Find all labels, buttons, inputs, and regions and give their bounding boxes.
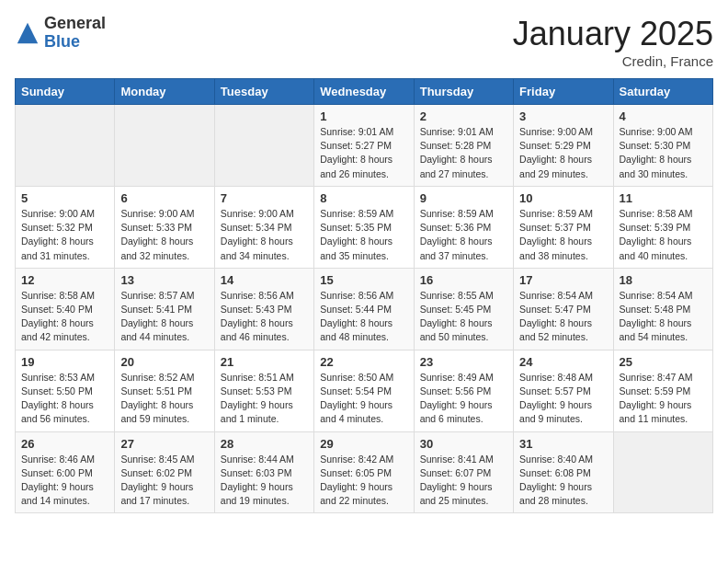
calendar-cell: 10Sunrise: 8:59 AM Sunset: 5:37 PM Dayli… bbox=[514, 186, 613, 268]
day-number: 29 bbox=[320, 437, 407, 451]
title-block: January 2025 Credin, France bbox=[513, 15, 713, 69]
calendar-cell: 9Sunrise: 8:59 AM Sunset: 5:36 PM Daylig… bbox=[414, 186, 513, 268]
calendar-cell: 25Sunrise: 8:47 AM Sunset: 5:59 PM Dayli… bbox=[613, 350, 712, 431]
day-number: 27 bbox=[120, 437, 208, 451]
calendar-cell: 4Sunrise: 9:00 AM Sunset: 5:30 PM Daylig… bbox=[613, 105, 712, 187]
calendar-cell: 20Sunrise: 8:52 AM Sunset: 5:51 PM Dayli… bbox=[115, 350, 214, 431]
location: Credin, France bbox=[513, 53, 713, 69]
day-info: Sunrise: 8:53 AM Sunset: 5:50 PM Dayligh… bbox=[21, 371, 108, 427]
weekday-header: Wednesday bbox=[314, 79, 414, 105]
calendar-cell: 28Sunrise: 8:44 AM Sunset: 6:03 PM Dayli… bbox=[214, 431, 313, 513]
weekday-header-row: SundayMondayTuesdayWednesdayThursdayFrid… bbox=[16, 79, 713, 105]
weekday-header: Sunday bbox=[16, 79, 115, 105]
day-number: 14 bbox=[221, 273, 308, 287]
calendar-cell: 3Sunrise: 9:00 AM Sunset: 5:29 PM Daylig… bbox=[514, 105, 613, 187]
weekday-header: Friday bbox=[514, 79, 613, 105]
calendar-cell: 21Sunrise: 8:51 AM Sunset: 5:53 PM Dayli… bbox=[214, 350, 313, 431]
day-info: Sunrise: 9:00 AM Sunset: 5:32 PM Dayligh… bbox=[21, 207, 108, 263]
calendar-cell: 26Sunrise: 8:46 AM Sunset: 6:00 PM Dayli… bbox=[16, 431, 115, 513]
day-number: 10 bbox=[519, 191, 607, 205]
day-number: 5 bbox=[21, 191, 108, 205]
day-info: Sunrise: 9:01 AM Sunset: 5:27 PM Dayligh… bbox=[320, 125, 407, 181]
day-number: 11 bbox=[620, 191, 707, 205]
day-info: Sunrise: 9:00 AM Sunset: 5:33 PM Dayligh… bbox=[120, 207, 208, 263]
day-info: Sunrise: 8:59 AM Sunset: 5:37 PM Dayligh… bbox=[519, 207, 607, 263]
svg-marker-0 bbox=[17, 23, 38, 43]
day-number: 9 bbox=[420, 191, 507, 205]
day-info: Sunrise: 8:58 AM Sunset: 5:39 PM Dayligh… bbox=[620, 207, 707, 263]
calendar-cell: 5Sunrise: 9:00 AM Sunset: 5:32 PM Daylig… bbox=[16, 186, 115, 268]
day-info: Sunrise: 8:56 AM Sunset: 5:43 PM Dayligh… bbox=[221, 289, 308, 345]
day-info: Sunrise: 8:41 AM Sunset: 6:07 PM Dayligh… bbox=[420, 453, 507, 509]
calendar-cell bbox=[613, 431, 712, 513]
page-header: General Blue January 2025 Credin, France bbox=[15, 15, 713, 69]
day-info: Sunrise: 8:50 AM Sunset: 5:54 PM Dayligh… bbox=[320, 371, 407, 427]
day-number: 3 bbox=[519, 109, 607, 123]
calendar-cell: 13Sunrise: 8:57 AM Sunset: 5:41 PM Dayli… bbox=[115, 268, 214, 350]
calendar-cell bbox=[214, 105, 313, 187]
calendar-cell: 18Sunrise: 8:54 AM Sunset: 5:48 PM Dayli… bbox=[613, 268, 712, 350]
weekday-header: Thursday bbox=[414, 79, 513, 105]
calendar-cell: 22Sunrise: 8:50 AM Sunset: 5:54 PM Dayli… bbox=[314, 350, 414, 431]
calendar-week-row: 5Sunrise: 9:00 AM Sunset: 5:32 PM Daylig… bbox=[16, 186, 713, 268]
day-number: 19 bbox=[21, 355, 108, 369]
day-info: Sunrise: 8:56 AM Sunset: 5:44 PM Dayligh… bbox=[320, 289, 407, 345]
calendar-cell bbox=[115, 105, 214, 187]
day-info: Sunrise: 9:00 AM Sunset: 5:29 PM Dayligh… bbox=[519, 125, 607, 181]
calendar-cell: 11Sunrise: 8:58 AM Sunset: 5:39 PM Dayli… bbox=[613, 186, 712, 268]
calendar-cell: 24Sunrise: 8:48 AM Sunset: 5:57 PM Dayli… bbox=[514, 350, 613, 431]
day-info: Sunrise: 9:00 AM Sunset: 5:34 PM Dayligh… bbox=[221, 207, 308, 263]
day-number: 2 bbox=[420, 109, 507, 123]
day-number: 20 bbox=[120, 355, 208, 369]
day-number: 4 bbox=[620, 109, 707, 123]
calendar: SundayMondayTuesdayWednesdayThursdayFrid… bbox=[15, 78, 713, 513]
day-info: Sunrise: 8:52 AM Sunset: 5:51 PM Dayligh… bbox=[120, 371, 208, 427]
calendar-cell: 7Sunrise: 9:00 AM Sunset: 5:34 PM Daylig… bbox=[214, 186, 313, 268]
calendar-week-row: 19Sunrise: 8:53 AM Sunset: 5:50 PM Dayli… bbox=[16, 350, 713, 431]
day-info: Sunrise: 8:49 AM Sunset: 5:56 PM Dayligh… bbox=[420, 371, 507, 427]
day-number: 22 bbox=[320, 355, 407, 369]
day-number: 31 bbox=[519, 437, 607, 451]
day-info: Sunrise: 8:55 AM Sunset: 5:45 PM Dayligh… bbox=[420, 289, 507, 345]
day-info: Sunrise: 8:40 AM Sunset: 6:08 PM Dayligh… bbox=[519, 453, 607, 509]
day-info: Sunrise: 8:58 AM Sunset: 5:40 PM Dayligh… bbox=[21, 289, 108, 345]
day-info: Sunrise: 8:59 AM Sunset: 5:35 PM Dayligh… bbox=[320, 207, 407, 263]
day-number: 30 bbox=[420, 437, 507, 451]
day-number: 6 bbox=[120, 191, 208, 205]
day-info: Sunrise: 8:51 AM Sunset: 5:53 PM Dayligh… bbox=[221, 371, 308, 427]
calendar-cell: 6Sunrise: 9:00 AM Sunset: 5:33 PM Daylig… bbox=[115, 186, 214, 268]
calendar-cell: 30Sunrise: 8:41 AM Sunset: 6:07 PM Dayli… bbox=[414, 431, 513, 513]
calendar-cell: 15Sunrise: 8:56 AM Sunset: 5:44 PM Dayli… bbox=[314, 268, 414, 350]
logo-text: General Blue bbox=[44, 15, 106, 52]
day-number: 24 bbox=[519, 355, 607, 369]
day-number: 7 bbox=[221, 191, 308, 205]
calendar-cell: 29Sunrise: 8:42 AM Sunset: 6:05 PM Dayli… bbox=[314, 431, 414, 513]
month-title: January 2025 bbox=[513, 15, 713, 53]
day-number: 21 bbox=[221, 355, 308, 369]
calendar-cell: 8Sunrise: 8:59 AM Sunset: 5:35 PM Daylig… bbox=[314, 186, 414, 268]
weekday-header: Monday bbox=[115, 79, 214, 105]
logo: General Blue bbox=[15, 15, 106, 52]
day-number: 28 bbox=[221, 437, 308, 451]
day-info: Sunrise: 8:48 AM Sunset: 5:57 PM Dayligh… bbox=[519, 371, 607, 427]
logo-icon bbox=[15, 20, 40, 46]
day-number: 16 bbox=[420, 273, 507, 287]
day-info: Sunrise: 8:54 AM Sunset: 5:48 PM Dayligh… bbox=[620, 289, 707, 345]
weekday-header: Tuesday bbox=[214, 79, 313, 105]
calendar-cell: 31Sunrise: 8:40 AM Sunset: 6:08 PM Dayli… bbox=[514, 431, 613, 513]
calendar-cell: 17Sunrise: 8:54 AM Sunset: 5:47 PM Dayli… bbox=[514, 268, 613, 350]
day-info: Sunrise: 8:57 AM Sunset: 5:41 PM Dayligh… bbox=[120, 289, 208, 345]
day-info: Sunrise: 8:47 AM Sunset: 5:59 PM Dayligh… bbox=[620, 371, 707, 427]
calendar-cell: 27Sunrise: 8:45 AM Sunset: 6:02 PM Dayli… bbox=[115, 431, 214, 513]
day-number: 25 bbox=[620, 355, 707, 369]
day-number: 23 bbox=[420, 355, 507, 369]
calendar-week-row: 26Sunrise: 8:46 AM Sunset: 6:00 PM Dayli… bbox=[16, 431, 713, 513]
day-number: 17 bbox=[519, 273, 607, 287]
day-info: Sunrise: 8:46 AM Sunset: 6:00 PM Dayligh… bbox=[21, 453, 108, 509]
day-info: Sunrise: 8:44 AM Sunset: 6:03 PM Dayligh… bbox=[221, 453, 308, 509]
day-number: 12 bbox=[21, 273, 108, 287]
day-number: 15 bbox=[320, 273, 407, 287]
day-info: Sunrise: 8:42 AM Sunset: 6:05 PM Dayligh… bbox=[320, 453, 407, 509]
logo-general: General bbox=[44, 15, 106, 33]
calendar-cell: 12Sunrise: 8:58 AM Sunset: 5:40 PM Dayli… bbox=[16, 268, 115, 350]
